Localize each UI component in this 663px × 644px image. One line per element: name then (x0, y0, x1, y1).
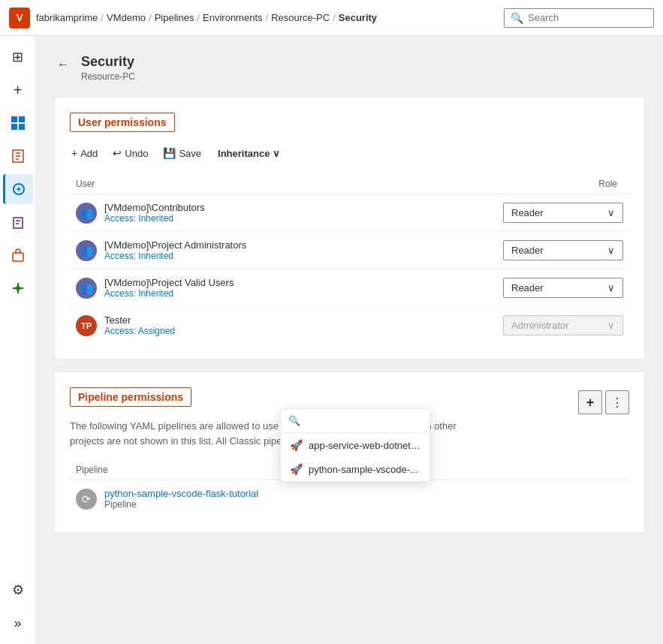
svg-rect-2 (11, 124, 17, 130)
role-col-0: Reader ∨ (473, 203, 623, 223)
role-dropdown-1[interactable]: Reader ∨ (503, 240, 623, 260)
user-info-2: [VMdemo]\Project Valid Users Access: Inh… (104, 277, 234, 299)
svg-rect-5 (13, 253, 23, 261)
user-access-2: Access: Inherited (104, 288, 234, 299)
user-permissions-toolbar: + Add ↩ Undo 💾 Save Inheritance ∨ (70, 144, 629, 162)
top-nav: V fabrikamprime / VMdemo / Pipelines / E… (0, 0, 663, 36)
more-options-button[interactable]: ⋮ (605, 390, 629, 414)
page-title: Security (81, 54, 135, 70)
search-box[interactable]: 🔍 (504, 8, 654, 28)
sidebar-item-boards[interactable] (3, 108, 33, 138)
breadcrumb-item-5: Security (339, 12, 377, 23)
search-input[interactable] (528, 12, 647, 23)
pipeline-symbol-icon: ⟳ (82, 493, 91, 505)
chevron-down-icon: ∨ (607, 245, 615, 256)
group-icon-0: 👥 (80, 206, 94, 220)
org-avatar[interactable]: V (9, 8, 30, 29)
breadcrumb-sep-0: / (101, 12, 104, 23)
sidebar-bottom: ⚙ » (3, 575, 33, 644)
sidebar: ⊞ + (0, 36, 36, 644)
pipeline-row: ⟳ python-sample-vscode-flask-tutorial Pi… (70, 480, 629, 517)
breadcrumb-item-3[interactable]: Environments (203, 12, 262, 23)
dropdown-item-label-1: python-sample-vscode-... (309, 464, 420, 475)
inheritance-button[interactable]: Inheritance ∨ (218, 148, 280, 159)
pipeline-dropdown-popup: 🔍 🚀 app-service-web-dotnet-... 🚀 python-… (280, 408, 430, 482)
dropdown-item-0[interactable]: 🚀 app-service-web-dotnet-... (281, 433, 429, 457)
pipeline-permissions-title: Pipeline permissions (70, 387, 191, 407)
breadcrumb-sep-4: / (333, 12, 336, 23)
sidebar-item-repos[interactable] (3, 141, 33, 171)
role-dropdown-0[interactable]: Reader ∨ (503, 203, 623, 223)
pipeline-name[interactable]: python-sample-vscode-flask-tutorial (104, 488, 258, 499)
gear-icon: ⚙ (10, 582, 26, 598)
main-layout: ⊞ + (0, 36, 663, 644)
sidebar-item-expand[interactable]: » (3, 608, 33, 638)
table-row: TP Tester Access: Assigned Administrator… (70, 307, 629, 344)
back-button[interactable]: ← (54, 56, 72, 74)
user-col-1: 👥 [VMdemo]\Project Administrators Access… (76, 239, 473, 261)
undo-button[interactable]: ↩ Undo (111, 144, 149, 162)
dropdown-item-label-0: app-service-web-dotnet-... (309, 440, 420, 451)
avatar-3: TP (76, 315, 97, 336)
pipeline-item-icon-0: 🚀 (290, 439, 303, 451)
svg-point-6 (16, 286, 20, 290)
breadcrumb-item-1[interactable]: VMdemo (107, 12, 146, 23)
user-info-1: [VMdemo]\Project Administrators Access: … (104, 239, 246, 261)
user-info-3: Tester Access: Assigned (104, 314, 175, 336)
content-area: ← Security Resource-PC User permissions … (36, 36, 663, 644)
overview-icon: ⊞ (10, 49, 26, 65)
breadcrumb-sep-1: / (149, 12, 152, 23)
save-button[interactable]: 💾 Save (161, 144, 203, 162)
sidebar-item-testplans[interactable] (3, 207, 33, 237)
sidebar-item-artifacts[interactable] (3, 240, 33, 270)
role-col-1: Reader ∨ (473, 240, 623, 260)
chevron-down-icon: ∨ (607, 282, 615, 293)
sidebar-item-extensions[interactable] (3, 273, 33, 303)
add-pipeline-button[interactable]: + (578, 390, 602, 414)
user-name-2: [VMdemo]\Project Valid Users (104, 277, 234, 288)
boards-icon (10, 115, 26, 131)
sidebar-item-add[interactable]: + (3, 75, 33, 105)
group-icon-1: 👥 (80, 244, 94, 257)
add-button[interactable]: + Add (70, 144, 99, 162)
avatar-0: 👥 (76, 203, 97, 224)
user-name-0: [VMdemo]\Contributors (104, 202, 205, 213)
pipeline-item-icon-1: 🚀 (290, 463, 303, 475)
breadcrumb: fabrikamprime / VMdemo / Pipelines / Env… (36, 12, 498, 23)
user-permissions-title: User permissions (70, 113, 175, 132)
role-col-2: Reader ∨ (473, 278, 623, 298)
page-title-area: Security Resource-PC (81, 54, 135, 82)
role-dropdown-3: Administrator ∨ (503, 315, 623, 336)
user-column-header: User (76, 179, 473, 189)
dropdown-search-input[interactable] (305, 415, 431, 426)
sidebar-item-pipelines[interactable] (3, 174, 33, 204)
chevron-down-icon: ∨ (607, 320, 615, 331)
user-access-0: Access: Inherited (104, 213, 205, 224)
user-col-3: TP Tester Access: Assigned (76, 314, 473, 336)
breadcrumb-item-2[interactable]: Pipelines (155, 12, 194, 23)
breadcrumb-sep-3: / (266, 12, 269, 23)
user-info-0: [VMdemo]\Contributors Access: Inherited (104, 202, 205, 224)
user-name-3: Tester (104, 314, 175, 326)
repos-icon (10, 148, 26, 164)
sidebar-item-overview[interactable]: ⊞ (3, 42, 33, 72)
breadcrumb-item-0[interactable]: fabrikamprime (36, 12, 98, 23)
pipeline-type: Pipeline (104, 499, 258, 510)
breadcrumb-item-4[interactable]: Resource-PC (271, 12, 330, 23)
extensions-icon (10, 280, 26, 296)
page-header: ← Security Resource-PC (54, 54, 645, 82)
chevron-down-icon: ∨ (273, 148, 280, 159)
user-name-1: [VMdemo]\Project Administrators (104, 239, 246, 251)
dropdown-item-1[interactable]: 🚀 python-sample-vscode-... (281, 457, 429, 481)
sidebar-item-settings[interactable]: ⚙ (3, 575, 33, 605)
pipelines-icon (11, 181, 27, 197)
table-row: 👥 [VMdemo]\Project Valid Users Access: I… (70, 269, 629, 307)
avatar-2: 👥 (76, 278, 97, 299)
artifacts-icon (10, 247, 26, 263)
role-dropdown-2[interactable]: Reader ∨ (503, 278, 623, 298)
table-row: 👥 [VMdemo]\Contributors Access: Inherite… (70, 194, 629, 232)
user-access-1: Access: Inherited (104, 251, 246, 261)
dropdown-search-area: 🔍 (281, 409, 429, 433)
role-column-header: Role (473, 179, 623, 189)
chevron-down-icon: ∨ (607, 207, 615, 218)
